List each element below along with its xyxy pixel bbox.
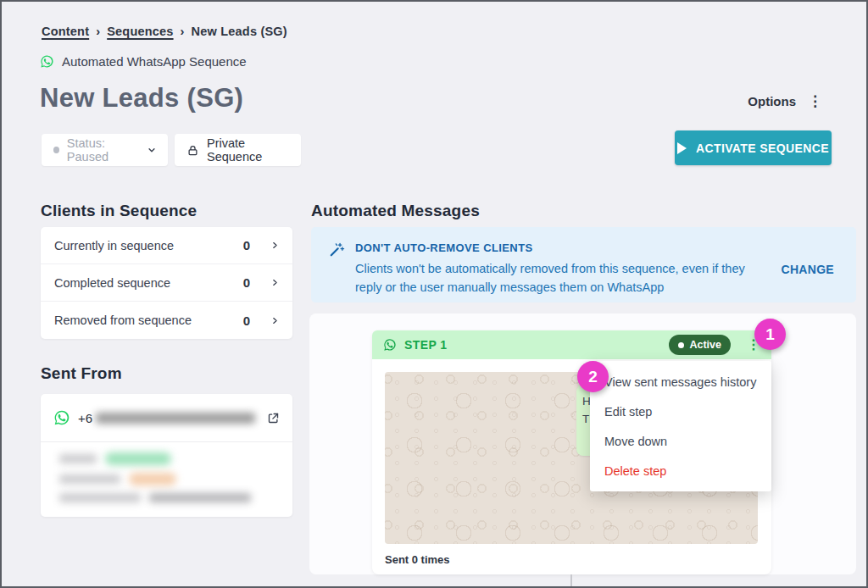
private-sequence-badge: Private Sequence [175,134,301,166]
sequence-type-label: Automated WhatsApp Sequence [62,54,247,69]
sender-details-redacted [41,442,292,502]
automated-messages-heading: Automated Messages [311,202,480,220]
status-dropdown[interactable]: Status: Paused [42,134,168,166]
menu-item-edit-step[interactable]: Edit step [590,397,771,426]
private-sequence-label: Private Sequence [207,136,289,164]
row-value: 0 [243,313,250,328]
phone-number-redacted [96,413,255,424]
row-label: Currently in sequence [54,239,243,252]
sent-from-heading: Sent From [41,364,122,383]
clients-section-heading: Clients in Sequence [41,202,197,220]
annotation-marker-1: 1 [754,319,786,350]
notice-title: DON'T AUTO-REMOVE CLIENTS [355,241,533,254]
sent-count: Sent 0 times [385,553,450,566]
chevron-down-icon [147,146,156,154]
chevron-right-icon [270,316,279,325]
whatsapp-icon [383,338,397,352]
redacted-orange-pill [129,473,176,485]
phone-number-prefix: +6 [78,411,92,425]
page-title: New Leads (SG) [40,83,243,114]
step-label: STEP 1 [404,338,447,352]
whatsapp-icon [40,54,54,69]
status-dot-icon [53,147,59,153]
activate-sequence-label: ACTIVATE SEQUENCE [696,141,829,155]
breadcrumb-current: New Leads (SG) [192,25,287,38]
row-value: 0 [243,238,250,252]
redacted-bar [149,493,251,502]
chevron-right-icon [270,241,279,250]
auto-remove-notice: DON'T AUTO-REMOVE CLIENTS Clients won't … [311,227,856,302]
whatsapp-icon [53,409,70,426]
status-label: Status: Paused [67,136,138,164]
external-link-icon[interactable] [267,412,280,424]
annotation-marker-2: 2 [577,361,609,392]
kebab-icon[interactable]: ⋮ [808,94,822,108]
play-icon [677,142,687,154]
breadcrumb-content[interactable]: Content [42,25,89,38]
sequence-type: Automated WhatsApp Sequence [40,54,247,69]
breadcrumb-sequences[interactable]: Sequences [107,25,173,38]
step-connector-line [570,574,572,588]
redacted-green-pill [105,452,171,465]
row-currently-in-sequence[interactable]: Currently in sequence 0 [41,227,292,264]
row-label: Removed from sequence [54,313,243,327]
row-label: Completed sequence [54,276,243,290]
redacted-bar [59,493,141,502]
notice-body: Clients won't be automatically removed f… [355,259,745,297]
active-dot-icon [678,342,684,348]
magic-wand-icon [329,241,345,261]
activate-sequence-button[interactable]: ACTIVATE SEQUENCE [675,130,832,165]
options-label[interactable]: Options [748,94,796,108]
options-menu[interactable]: Options ⋮ [748,94,822,108]
sender-phone-row: +6 [41,394,292,442]
redacted-bar [59,474,120,484]
status-badge: Active [669,335,731,355]
breadcrumb-separator: › [96,25,100,38]
status-badge-label: Active [689,339,721,351]
menu-item-move-down[interactable]: Move down [590,426,771,456]
row-completed-sequence[interactable]: Completed sequence 0 [41,264,292,302]
step-context-menu: View sent messages history Edit step Mov… [590,361,771,491]
chevron-right-icon [270,278,279,287]
breadcrumb: Content › Sequences › New Leads (SG) [42,25,287,38]
app-window: Content › Sequences › New Leads (SG) Aut… [0,0,868,588]
sent-from-card: +6 [41,394,292,517]
row-value: 0 [243,275,250,290]
redacted-bar [59,454,97,463]
clients-card: Currently in sequence 0 Completed sequen… [41,227,292,339]
breadcrumb-separator: › [181,25,185,38]
row-removed-from-sequence[interactable]: Removed from sequence 0 [41,302,292,339]
lock-icon [186,144,199,157]
step-header: STEP 1 Active ⋮ [372,330,771,359]
change-link[interactable]: CHANGE [782,263,834,276]
menu-item-delete-step[interactable]: Delete step [590,456,771,485]
menu-item-view-sent-history[interactable]: View sent messages history [590,367,771,397]
